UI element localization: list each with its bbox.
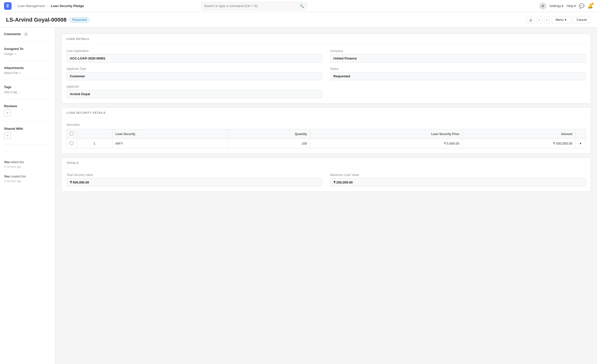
assign-action[interactable]: Assign + <box>4 52 51 56</box>
settings-button[interactable]: Settings ▾ <box>549 4 564 8</box>
loan-application-group: Loan Application ACC-LOAP-2020-00001 <box>67 49 322 63</box>
page-title: LS-Arvind Goyal-00008 <box>6 17 67 23</box>
print-button[interactable]: 🖨 <box>526 16 534 23</box>
reviews-label: Reviews <box>4 104 51 108</box>
topnav: E › Loan Management › Loan Security Pled… <box>0 0 597 12</box>
maximum-loan-value-label: Maximum Loan Value <box>330 173 586 177</box>
company-value[interactable]: United Finance <box>330 54 586 63</box>
totals-card: TOTALS Total Security Value ₹ 500,000.00… <box>61 158 591 192</box>
total-security-value-group: Total Security Value ₹ 500,000.00 <box>67 173 322 187</box>
row-dropdown[interactable]: ▾ <box>576 139 586 148</box>
page-actions: 🖨 ‹ › Menu ▾ Cancel <box>526 16 591 23</box>
row-checkbox-cell[interactable] <box>67 139 77 148</box>
breadcrumb-loan-management[interactable]: Loan Management <box>18 4 45 8</box>
attachments-section: Attachments Attach File + <box>4 66 51 75</box>
attach-file-action[interactable]: Attach File + <box>4 71 51 75</box>
notification-bell[interactable]: 🔔 <box>587 3 593 9</box>
company-label: Company <box>330 49 586 53</box>
divider-4 <box>4 99 51 99</box>
assigned-to-label: Assigned To <box>4 47 51 51</box>
divider-1 <box>4 42 51 42</box>
status-group: Status Requested <box>330 67 586 80</box>
breadcrumb-chevron-1: › <box>14 4 15 8</box>
status-label: Status <box>330 67 586 71</box>
col-select <box>67 129 77 139</box>
cancel-button[interactable]: Cancel <box>572 16 591 23</box>
shared-with-section: Shared With + <box>4 127 51 139</box>
row-price: ₹ 5,000.00 <box>310 139 462 148</box>
loan-security-details-card: LOAN SECURITY DETAILS Securities Loan Se… <box>61 107 591 154</box>
totals-body: Total Security Value ₹ 500,000.00 Maximu… <box>62 168 591 192</box>
col-loan-security: Loan Security <box>112 129 228 139</box>
add-tag-action[interactable]: Add a tag ... <box>4 90 51 94</box>
company-group: Company United Finance <box>330 49 586 63</box>
tags-label: Tags <box>4 85 51 89</box>
applicant-label: Applicant <box>67 85 322 88</box>
col-row-num <box>77 129 112 139</box>
divider-6 <box>4 144 51 144</box>
reviews-add-button[interactable]: + <box>4 109 11 116</box>
loan-application-value[interactable]: ACC-LOAP-2020-00001 <box>67 54 322 63</box>
heart-icon[interactable]: ♡ <box>4 149 51 155</box>
tags-section: Tags Add a tag ... <box>4 85 51 94</box>
breadcrumb-chevron-2: › <box>47 4 48 8</box>
reviews-section: Reviews + <box>4 104 51 116</box>
table-row: 1 INFY 100 ₹ 5,000.00 ₹ 500,000.00 ▾ <box>67 139 586 148</box>
divider-3 <box>4 80 51 80</box>
loan-details-form: Loan Application ACC-LOAP-2020-00001 Com… <box>67 49 586 98</box>
maximum-loan-value-group: Maximum Loan Value ₹ 250,000.00 <box>330 173 586 187</box>
total-security-value: ₹ 500,000.00 <box>67 178 322 187</box>
status-value[interactable]: Requested <box>330 72 586 80</box>
col-price: Loan Security Price <box>310 129 462 139</box>
maximum-loan-value: ₹ 250,000.00 <box>330 178 586 187</box>
row-amount: ₹ 500,000.00 <box>462 139 575 148</box>
securities-label: Securities <box>67 123 586 127</box>
col-quantity: Quantity <box>228 129 310 139</box>
loan-security-details-body: Securities Loan Security Quantity Loan S… <box>62 118 591 153</box>
activity-1: You edited this 2 minutes ago <box>4 160 51 169</box>
select-all-checkbox[interactable] <box>70 132 73 135</box>
applicant-type-value[interactable]: Customer <box>67 72 322 80</box>
row-checkbox[interactable] <box>70 141 73 145</box>
comments-section: Comments 0 <box>4 32 51 37</box>
assigned-to-section: Assigned To Assign + <box>4 47 51 56</box>
status-badge: Requested <box>70 17 90 23</box>
breadcrumb-loan-security-pledge[interactable]: Loan Security Pledge <box>51 4 84 8</box>
applicant-type-label: Applicant Type <box>67 67 322 71</box>
sidebar: Comments 0 Assigned To Assign + Attachme… <box>0 28 55 364</box>
applicant-value[interactable]: Arvind Goyal <box>67 90 322 98</box>
col-amount: Amount <box>462 129 575 139</box>
row-security: INFY <box>112 139 228 148</box>
loan-security-details-header: LOAN SECURITY DETAILS <box>62 108 591 118</box>
shared-with-add-button[interactable]: + <box>4 132 11 139</box>
securities-table: Loan Security Quantity Loan Security Pri… <box>67 129 586 148</box>
applicant-type-group: Applicant Type Customer <box>67 67 322 80</box>
prev-button[interactable]: ‹ <box>536 16 542 23</box>
loan-details-card: LOAN DETAILS Loan Application ACC-LOAP-2… <box>61 34 591 103</box>
divider-2 <box>4 61 51 61</box>
main-content: LOAN DETAILS Loan Application ACC-LOAP-2… <box>55 28 597 364</box>
next-button[interactable]: › <box>544 16 550 23</box>
loan-details-body: Loan Application ACC-LOAP-2020-00001 Com… <box>62 44 591 103</box>
divider-5 <box>4 122 51 122</box>
totals-grid: Total Security Value ₹ 500,000.00 Maximu… <box>67 173 586 187</box>
activity-2: You created this 2 minutes ago <box>4 174 51 184</box>
page-title-area: LS-Arvind Goyal-00008 Requested <box>6 17 90 23</box>
page-header: LS-Arvind Goyal-00008 Requested 🖨 ‹ › Me… <box>0 12 597 28</box>
row-quantity: 100 <box>228 139 310 148</box>
chat-icon[interactable]: 💬 <box>579 3 584 9</box>
loan-details-header: LOAN DETAILS <box>62 34 591 44</box>
help-button[interactable]: Help ▾ <box>567 4 576 8</box>
shared-with-label: Shared With <box>4 127 51 131</box>
layout: Comments 0 Assigned To Assign + Attachme… <box>0 28 597 364</box>
menu-button[interactable]: Menu ▾ <box>552 16 570 23</box>
comments-count: 0 <box>23 32 28 37</box>
col-actions <box>576 129 586 139</box>
row-number: 1 <box>77 139 112 148</box>
search-input[interactable] <box>204 4 298 8</box>
topnav-right: A Settings ▾ Help ▾ 💬 🔔 <box>539 3 593 10</box>
totals-header: TOTALS <box>62 158 591 168</box>
applicant-group: Applicant Arvind Goyal <box>67 85 322 98</box>
total-security-value-label: Total Security Value <box>67 173 322 177</box>
search-bar[interactable]: 🔍 <box>201 2 307 10</box>
